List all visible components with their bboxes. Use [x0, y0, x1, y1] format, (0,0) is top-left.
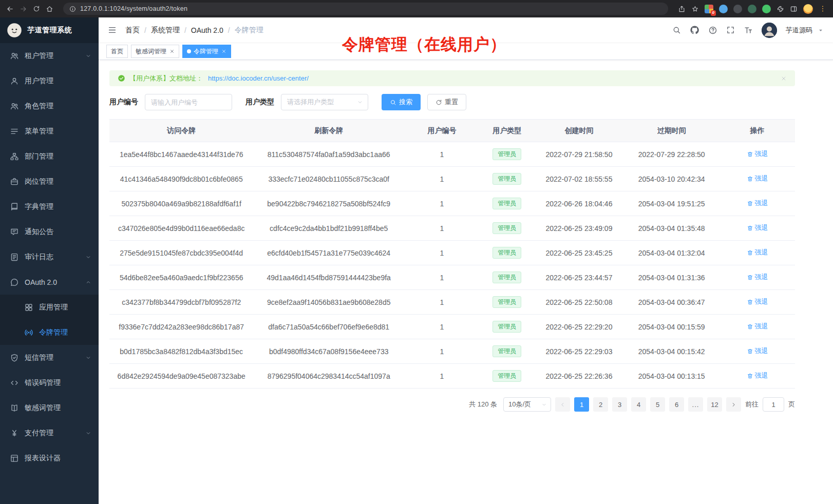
- sidebar-item-notice[interactable]: 通知公告: [0, 219, 99, 244]
- page-more-button[interactable]: ...: [688, 397, 703, 412]
- extension-icon[interactable]: [762, 5, 771, 13]
- breadcrumb-item[interactable]: 首页: [125, 26, 140, 35]
- breadcrumb-item[interactable]: OAuth 2.0: [191, 26, 223, 34]
- sidebar-item-dict[interactable]: 字典管理: [0, 194, 99, 219]
- user-type-cell: 管理员: [480, 290, 535, 315]
- page-button-6[interactable]: 6: [669, 397, 684, 412]
- browser-profile-avatar[interactable]: [803, 4, 813, 14]
- extension-icon[interactable]: [719, 5, 728, 13]
- create-time-cell: 2022-06-25 23:44:57: [535, 265, 624, 290]
- next-page-button[interactable]: [726, 397, 741, 412]
- sidebar-item-audit-log[interactable]: 审计日志: [0, 244, 99, 269]
- force-logout-button[interactable]: 强退: [747, 322, 768, 331]
- tab-close-icon[interactable]: [169, 49, 175, 54]
- filter-bar: 用户编号 用户类型 请选择用户类型 搜索 重置: [109, 94, 795, 110]
- home-button[interactable]: [46, 5, 53, 13]
- table-row: 275e5de9151045fe87cbdc395e004f4de6cfd40e…: [109, 241, 795, 265]
- force-logout-button[interactable]: 强退: [747, 199, 768, 208]
- address-bar[interactable]: 127.0.0.1:1024/system/oauth2/token: [63, 3, 668, 15]
- extension-icon[interactable]: [748, 5, 756, 13]
- tab-oauth2-token[interactable]: 令牌管理: [182, 45, 231, 58]
- fullscreen-icon[interactable]: [726, 26, 735, 34]
- user-type-select[interactable]: 请选择用户类型: [281, 94, 368, 110]
- menu-icon: [10, 127, 19, 136]
- reset-button[interactable]: 重置: [427, 94, 466, 110]
- tab-sensitive-word[interactable]: 敏感词管理: [131, 45, 179, 58]
- sidebar-item-label: OAuth 2.0: [25, 278, 57, 286]
- force-logout-button[interactable]: 强退: [747, 248, 768, 257]
- browser-menu-button[interactable]: [819, 5, 827, 13]
- search-icon[interactable]: [672, 26, 681, 34]
- tab-home[interactable]: 首页: [106, 45, 128, 58]
- github-icon[interactable]: [690, 25, 699, 35]
- sidebar-item-menu[interactable]: 菜单管理: [0, 119, 99, 144]
- breadcrumb-item[interactable]: 系统管理: [151, 26, 180, 35]
- alert-doc-link[interactable]: https://doc.iocoder.cn/user-center/: [208, 74, 309, 82]
- table-row: 54d6be82ee5a460a9aedc1f9bf22365649d1aa46…: [109, 265, 795, 290]
- back-button[interactable]: [6, 5, 14, 13]
- sidebar-item-post[interactable]: 岗位管理: [0, 169, 99, 194]
- prev-page-button[interactable]: [555, 397, 570, 412]
- sidebar-item-oauth2[interactable]: OAuth 2.0: [0, 269, 99, 295]
- force-logout-button[interactable]: 强退: [747, 371, 768, 380]
- page-button-3[interactable]: 3: [612, 397, 627, 412]
- extensions-puzzle-icon[interactable]: [777, 5, 784, 13]
- breadcrumb: 首页/系统管理/OAuth 2.0/令牌管理: [125, 26, 263, 35]
- extension-icon[interactable]: 0: [705, 5, 713, 13]
- help-icon[interactable]: [708, 26, 717, 35]
- extension-icon[interactable]: [733, 5, 742, 13]
- sidebar-item-dept[interactable]: 部门管理: [0, 144, 99, 169]
- goto-suffix: 页: [788, 400, 795, 409]
- force-logout-button[interactable]: 强退: [747, 273, 768, 282]
- user-id-cell: 1: [404, 364, 480, 389]
- sidebar-item-sensitive-word[interactable]: 敏感词管理: [0, 395, 99, 420]
- extension-badge: 0: [711, 10, 716, 16]
- sidebar-item-label: 部门管理: [25, 152, 53, 161]
- tab-close-icon[interactable]: [221, 49, 226, 54]
- force-logout-button[interactable]: 强退: [747, 297, 768, 306]
- sidebar-item-report[interactable]: 报表设计器: [0, 445, 99, 471]
- page-size-select[interactable]: 10条/页: [503, 397, 551, 412]
- expire-time-cell: 2054-03-04 00:15:42: [623, 339, 720, 364]
- page-button-1[interactable]: 1: [574, 397, 589, 412]
- share-button[interactable]: [678, 5, 686, 13]
- user-type-cell: 管理员: [480, 167, 535, 191]
- force-logout-button[interactable]: 强退: [747, 346, 768, 356]
- sidebar-item-oauth2-token[interactable]: 令牌管理: [0, 320, 99, 345]
- reload-button[interactable]: [33, 5, 40, 12]
- user-avatar[interactable]: [762, 23, 777, 38]
- force-logout-button[interactable]: 强退: [747, 223, 768, 232]
- sidebar-item-tenant[interactable]: 租户管理: [0, 43, 99, 68]
- sidebar-toggle-button[interactable]: [107, 25, 117, 35]
- sidebar-item-oauth2-app[interactable]: 应用管理: [0, 295, 99, 320]
- info-icon[interactable]: [69, 6, 76, 12]
- user-name[interactable]: 芋道源码: [786, 26, 812, 35]
- page-button-5[interactable]: 5: [650, 397, 665, 412]
- caret-down-icon[interactable]: [817, 27, 824, 34]
- create-time-cell: 2022-06-25 23:49:09: [535, 216, 624, 241]
- sidebar-item-sms[interactable]: 短信管理: [0, 345, 99, 370]
- page-button-2[interactable]: 2: [593, 397, 608, 412]
- force-logout-button[interactable]: 强退: [747, 174, 768, 183]
- sidebar-item-error-code[interactable]: 错误码管理: [0, 370, 99, 395]
- sms-icon: [10, 353, 19, 362]
- bookmark-star-icon[interactable]: [691, 5, 699, 13]
- sidebar-item-pay[interactable]: 支付管理: [0, 420, 99, 445]
- goto-page-input[interactable]: [763, 397, 784, 412]
- page-button-4[interactable]: 4: [631, 397, 646, 412]
- sidebar-item-user[interactable]: 用户管理: [0, 68, 99, 93]
- search-button[interactable]: 搜索: [382, 94, 421, 110]
- page-button-12[interactable]: 12: [707, 397, 722, 412]
- sidebar-item-role[interactable]: 角色管理: [0, 93, 99, 119]
- user-id-input[interactable]: [145, 94, 232, 110]
- forward-button[interactable]: [20, 5, 27, 13]
- alert-close-icon[interactable]: [781, 75, 787, 82]
- sidebar-item-label: 岗位管理: [25, 177, 53, 186]
- refresh-token-cell: 49d1aa46d1454fbd87591444423be9fa: [253, 265, 404, 290]
- side-panel-button[interactable]: [790, 5, 798, 13]
- app-logo[interactable]: 芋道管理系统: [0, 17, 99, 43]
- force-logout-button[interactable]: 强退: [747, 149, 768, 159]
- font-size-icon[interactable]: [744, 26, 753, 35]
- user-id-cell: 1: [404, 339, 480, 364]
- table-row: c342377bf8b344799dcbf7bf095287f29ce8ef2a…: [109, 290, 795, 315]
